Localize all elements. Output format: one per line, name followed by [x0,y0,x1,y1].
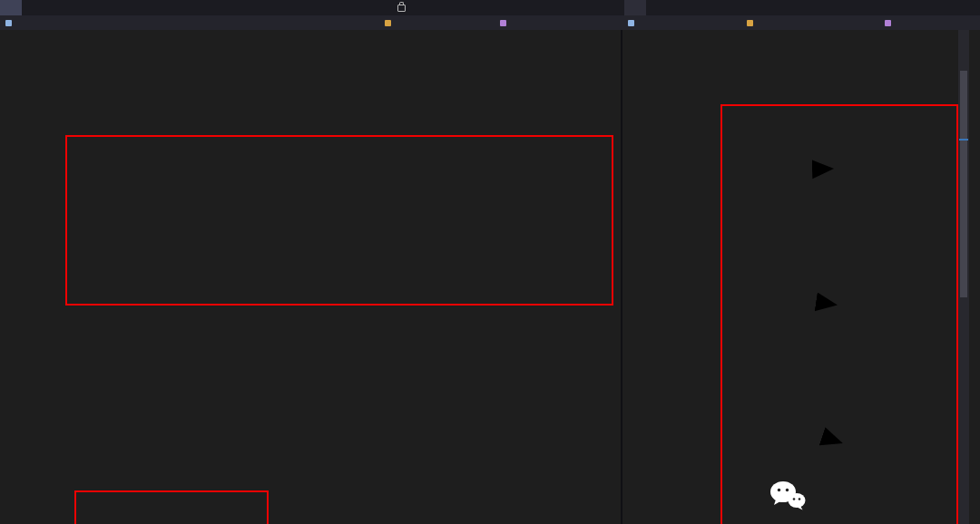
vs-window [0,0,980,524]
right-scrollbar[interactable] [958,30,969,524]
tab-productcontroller-cs[interactable] [624,0,646,15]
breadcrumb-right [622,15,980,30]
class-icon [747,20,753,26]
project-icon [5,20,12,26]
scrollbar-mark [959,139,968,141]
project-icon [628,20,634,26]
watermark [769,480,813,510]
breadcrumb-class[interactable] [741,20,879,26]
tab-authorizeattribute[interactable] [381,0,420,15]
breadcrumb-left [0,15,622,30]
breadcrumb-project[interactable] [0,20,379,26]
left-editor[interactable] [0,30,610,524]
editor-area [0,30,980,524]
tab-bar [0,0,980,15]
scrollbar-thumb[interactable] [960,71,967,297]
method-icon [885,20,891,26]
breadcrumb-project[interactable] [622,20,741,26]
lock-icon [397,5,406,12]
breadcrumb-class[interactable] [379,20,495,26]
breadcrumb-member[interactable] [879,20,980,26]
breadcrumb-member[interactable] [495,20,622,26]
method-icon [500,20,506,26]
breadcrumb-row [0,15,980,30]
right-editor[interactable] [622,30,969,524]
wechat-icon [769,480,806,510]
tab-startup-cs[interactable] [0,0,22,15]
class-icon [385,20,391,26]
